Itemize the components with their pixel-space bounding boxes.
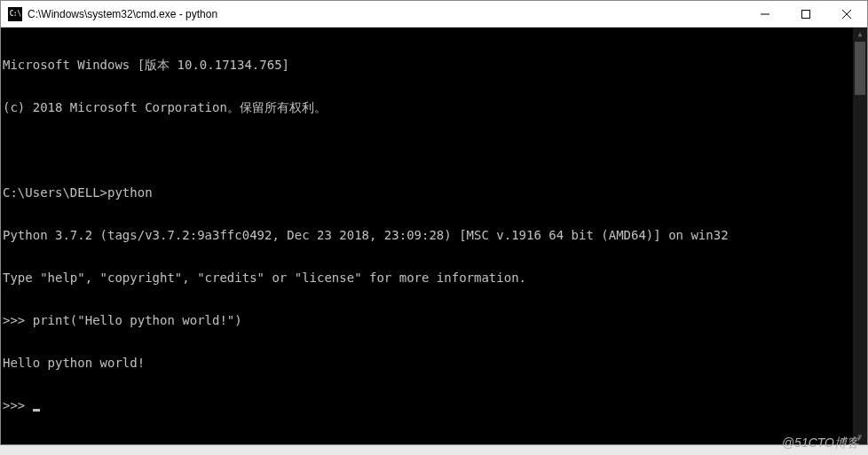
terminal-line xyxy=(3,143,865,157)
maximize-icon xyxy=(801,10,810,19)
minimize-button[interactable] xyxy=(745,1,785,27)
minimize-icon xyxy=(761,10,769,19)
terminal-line: Microsoft Windows [版本 10.0.17134.765] xyxy=(3,58,865,72)
svg-rect-1 xyxy=(802,10,810,18)
terminal-line: (c) 2018 Microsoft Corporation。保留所有权利。 xyxy=(3,100,865,114)
close-icon xyxy=(842,10,851,19)
terminal-line: >>> print("Hello python world!") xyxy=(3,313,865,327)
cursor xyxy=(33,409,40,412)
scroll-down-button[interactable]: ▼ xyxy=(853,430,867,444)
terminal-area[interactable]: Microsoft Windows [版本 10.0.17134.765] (c… xyxy=(1,27,867,444)
terminal-prompt-line: >>> xyxy=(3,398,865,412)
terminal-line: Type "help", "copyright", "credits" or "… xyxy=(3,271,865,285)
terminal-prompt: >>> xyxy=(3,398,33,412)
titlebar[interactable]: C:\ C:\Windows\system32\cmd.exe - python xyxy=(1,1,867,27)
window-title: C:\Windows\system32\cmd.exe - python xyxy=(28,8,745,20)
scroll-up-button[interactable]: ▲ xyxy=(853,27,867,42)
window-controls xyxy=(745,1,867,27)
terminal-line: Hello python world! xyxy=(3,356,865,370)
scrollbar[interactable]: ▲ ▼ xyxy=(853,27,867,444)
terminal-line: C:\Users\DELL>python xyxy=(3,185,865,200)
terminal-line: Python 3.7.2 (tags/v3.7.2:9a3ffc0492, De… xyxy=(3,228,865,242)
cmd-icon: C:\ xyxy=(8,7,22,21)
scroll-thumb[interactable] xyxy=(855,42,865,95)
cmd-window: C:\ C:\Windows\system32\cmd.exe - python… xyxy=(0,0,868,445)
maximize-button[interactable] xyxy=(785,1,826,27)
close-button[interactable] xyxy=(826,1,867,27)
